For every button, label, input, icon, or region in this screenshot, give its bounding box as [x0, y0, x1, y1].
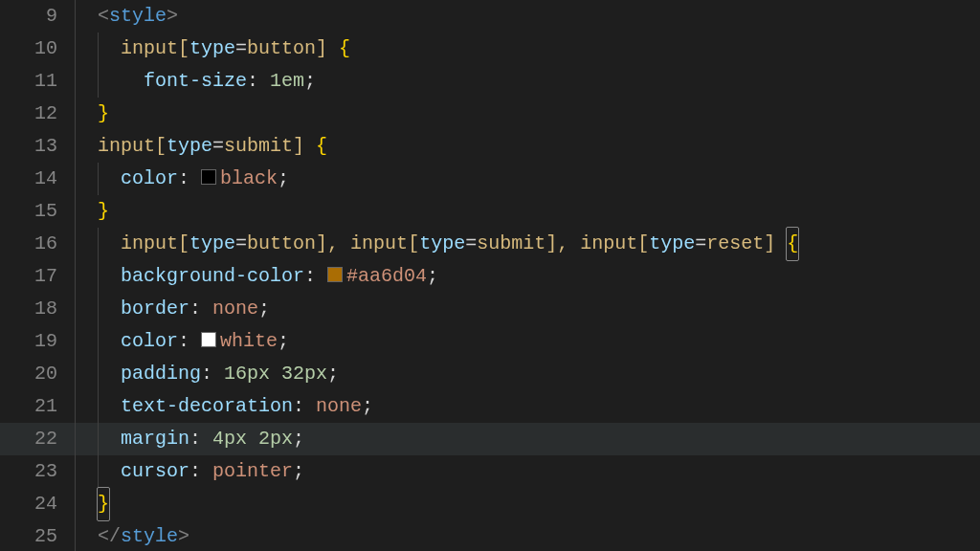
code-line[interactable]: 18 border: none;	[0, 293, 980, 325]
code-line[interactable]: 16 input[type=button], input[type=submit…	[0, 228, 980, 260]
code-line-active[interactable]: 22 margin: 4px 2px;	[0, 423, 980, 455]
line-number: 11	[0, 65, 75, 98]
code-line[interactable]: 17 background-color: #aa6d04;	[0, 260, 980, 293]
color-swatch-icon[interactable]	[327, 267, 343, 282]
code-line[interactable]: 20 padding: 16px 32px;	[0, 358, 980, 390]
line-number: 25	[0, 520, 75, 551]
code-line[interactable]: 12 }	[0, 98, 980, 130]
code-content[interactable]: text-decoration: none;	[75, 390, 980, 423]
code-content[interactable]: </style>	[75, 520, 980, 551]
code-line[interactable]: 19 color: white;	[0, 325, 980, 358]
code-content[interactable]: }	[75, 195, 980, 228]
line-number: 15	[0, 195, 75, 228]
code-line[interactable]: 14 color: black;	[0, 163, 980, 195]
code-content[interactable]: margin: 4px 2px;	[75, 423, 980, 455]
code-content[interactable]: background-color: #aa6d04;	[75, 260, 980, 293]
line-number: 18	[0, 293, 75, 325]
code-content[interactable]: input[type=submit] {	[75, 130, 980, 163]
code-line[interactable]: 25 </style>	[0, 520, 980, 551]
line-number: 19	[0, 325, 75, 358]
code-content[interactable]: border: none;	[75, 293, 980, 325]
line-number: 14	[0, 163, 75, 195]
code-line[interactable]: 21 text-decoration: none;	[0, 390, 980, 423]
line-number: 24	[0, 488, 75, 520]
code-content[interactable]: <style>	[75, 0, 980, 33]
line-number: 13	[0, 130, 75, 163]
matching-brace: {	[786, 227, 799, 261]
code-content[interactable]: color: black;	[75, 163, 980, 195]
code-content[interactable]: }	[75, 98, 980, 130]
line-number: 10	[0, 33, 75, 65]
code-line[interactable]: 10 input[type=button] {	[0, 33, 980, 65]
code-line[interactable]: 11 font-size: 1em;	[0, 65, 980, 98]
code-line[interactable]: 13 input[type=submit] {	[0, 130, 980, 163]
code-line[interactable]: 23 cursor: pointer;	[0, 455, 980, 488]
line-number: 20	[0, 358, 75, 390]
code-content[interactable]: font-size: 1em;	[75, 65, 980, 98]
code-content[interactable]: }	[75, 488, 980, 520]
color-swatch-icon[interactable]	[201, 332, 216, 347]
code-line[interactable]: 24 }	[0, 488, 980, 520]
code-content[interactable]: input[type=button], input[type=submit], …	[75, 228, 980, 260]
code-editor[interactable]: 9 <style> 10 input[type=button] { 11 fon…	[0, 0, 980, 551]
color-swatch-icon[interactable]	[201, 169, 216, 185]
line-number: 16	[0, 228, 75, 260]
line-number: 9	[0, 0, 75, 33]
line-number: 22	[0, 423, 75, 455]
code-content[interactable]: input[type=button] {	[75, 33, 980, 65]
line-number: 23	[0, 455, 75, 488]
matching-brace: }	[97, 487, 110, 521]
line-number: 17	[0, 260, 75, 293]
code-line[interactable]: 15 }	[0, 195, 980, 228]
code-content[interactable]: padding: 16px 32px;	[75, 358, 980, 390]
line-number: 21	[0, 390, 75, 423]
code-line[interactable]: 9 <style>	[0, 0, 980, 33]
line-number: 12	[0, 98, 75, 130]
code-content[interactable]: color: white;	[75, 325, 980, 358]
code-content[interactable]: cursor: pointer;	[75, 455, 980, 488]
